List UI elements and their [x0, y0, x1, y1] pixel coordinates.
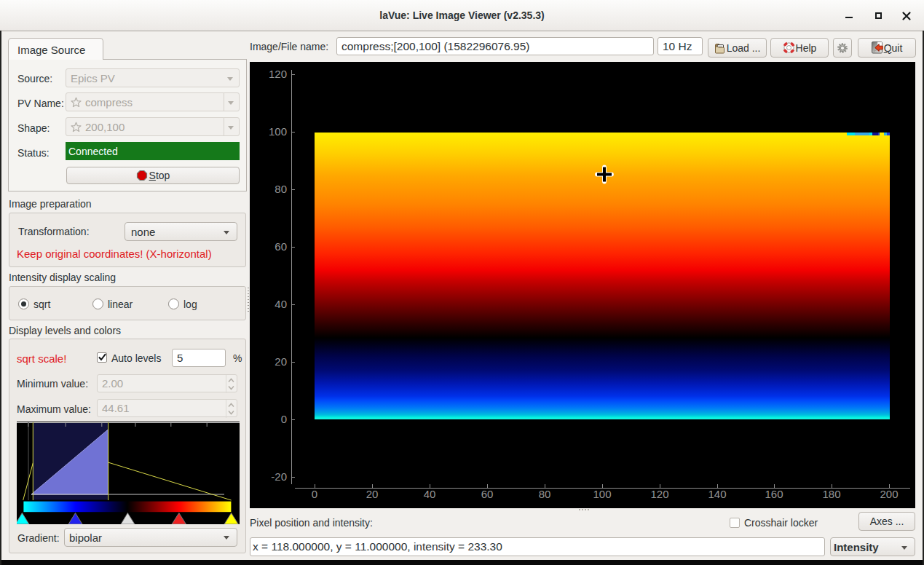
svg-text:120: 120: [650, 488, 668, 500]
svg-text:20: 20: [275, 355, 287, 368]
svg-text:80: 80: [539, 488, 551, 500]
svg-text:40: 40: [275, 298, 287, 310]
svg-text:140: 140: [708, 488, 726, 500]
svg-text:80: 80: [275, 183, 287, 195]
svg-text:40: 40: [424, 488, 436, 500]
svg-text:0: 0: [312, 488, 317, 500]
svg-text:160: 160: [765, 488, 783, 500]
svg-text:0: 0: [281, 413, 287, 425]
svg-text:-20: -20: [271, 470, 287, 483]
svg-text:200: 200: [880, 488, 898, 500]
svg-text:60: 60: [275, 240, 287, 253]
svg-text:100: 100: [593, 488, 611, 500]
svg-text:100: 100: [269, 125, 287, 138]
svg-text:120: 120: [269, 68, 287, 80]
svg-text:20: 20: [366, 488, 379, 500]
svg-text:60: 60: [481, 488, 494, 500]
svg-text:180: 180: [822, 488, 840, 500]
